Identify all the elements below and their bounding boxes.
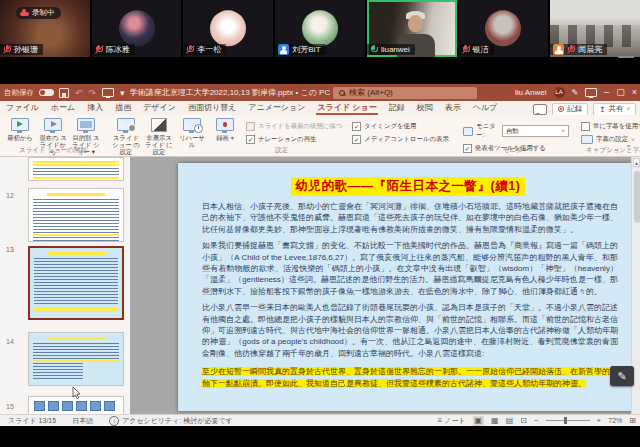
ribbon: 最初から 現在の スライドから 目的別 スライド ショー ▾ スライド ショーの…	[0, 115, 640, 157]
current-slide[interactable]: 幼児的歌――『陌生日本之一瞥』(續1) 日本人相信、小孩子死後、那幼小的亡靈會在…	[178, 163, 638, 411]
collapse-ribbon-icon[interactable]: ⌃	[625, 144, 632, 153]
subtitle-settings-button[interactable]: 字幕の設定 ˅	[581, 135, 640, 144]
close-button[interactable]: ×	[632, 84, 637, 101]
video-strip: 孙银珊 陈冰雅 李一松 刘芳BIT	[0, 0, 640, 57]
slideshow-view-icon[interactable]: ⊡	[520, 416, 527, 426]
thumbnail-slide-11[interactable]	[28, 157, 124, 181]
participant-tile-active-speaker[interactable]: liuanwei	[367, 0, 457, 57]
fit-to-window-icon[interactable]: ⊞	[629, 416, 636, 426]
always-use-subtitles-checkbox[interactable]: 常に字幕を使用する	[581, 122, 640, 131]
autosave-label: 自動保存	[4, 88, 34, 98]
tab-record[interactable]: 記録	[383, 101, 411, 115]
participant-tile[interactable]: 李一松	[183, 0, 273, 57]
pen-mode-icon[interactable]: ✎	[572, 88, 579, 97]
tab-row-actions: 記録 ↥ 共有 ˅	[533, 103, 636, 116]
autosave-toggle[interactable]	[39, 89, 54, 96]
tab-view[interactable]: 表示	[439, 101, 467, 115]
zoom-slider-thumb[interactable]	[564, 417, 567, 424]
share-icon: ↥	[599, 105, 605, 114]
participant-name-bar: liuanwei	[367, 44, 415, 55]
participant-name: 闻晨亮	[578, 44, 602, 55]
slide-thumbnail-panel: 12 13 14	[0, 157, 130, 414]
slide-paragraph: 比小泉八雲早一些来日本的歐美人也曾記錄了街頭巷尾玩耍的小孩、認為日本是孩子的「天…	[202, 302, 618, 359]
notes-button[interactable]: ≡ ノート	[438, 416, 466, 426]
play-narrations-checkbox[interactable]: ✓ ナレーションの再生	[246, 135, 342, 144]
participant-name-bar: 银洁	[459, 44, 494, 55]
minimize-button[interactable]: –	[604, 84, 609, 101]
participant-tile[interactable]: 刘芳BIT	[275, 0, 365, 57]
group-start-slideshow: 最初から 現在の スライドから 目的別 スライド ショー ▾ スライド ショーの…	[0, 115, 106, 156]
show-media-controls-checkbox[interactable]: ✓ メディアコントロールの表示	[352, 135, 449, 144]
participant-tile[interactable]: 闻晨亮	[550, 0, 640, 57]
thumbnail-slide-12[interactable]	[28, 188, 124, 242]
tab-animations[interactable]: アニメーション	[242, 101, 311, 115]
from-beginning-button[interactable]: 最初から	[6, 118, 34, 141]
participant-tile[interactable]: 银洁	[459, 0, 549, 57]
tab-transitions[interactable]: 画面切り替え	[182, 101, 242, 115]
tab-home[interactable]: ホーム	[45, 101, 81, 115]
meeting-toolbar-handle[interactable]	[618, 56, 634, 58]
status-bar: スライド 13/15 日本語 i アクセシビリティ: 検討が必要です ≡ ノート…	[0, 414, 640, 426]
share-button[interactable]: ↥ 共有 ˅	[593, 103, 636, 116]
language-indicator[interactable]: 日本語	[72, 416, 93, 426]
zoom-in-icon[interactable]: +	[597, 416, 602, 426]
rehearse-timings-button[interactable]: リハーサル	[178, 118, 206, 148]
start-slideshow-icon[interactable]	[102, 88, 114, 97]
thumbnail-slide-13-selected[interactable]	[28, 246, 124, 320]
tab-design[interactable]: デザイン	[137, 101, 182, 115]
slide-paragraph: 日本人相信、小孩子死後、那幼小的亡靈會在「冥河河灘」徘徊、併堆積小石塔贖罪。這時…	[202, 201, 618, 235]
search-input[interactable]: 検索 (Alt+Q)	[333, 87, 477, 99]
comments-icon[interactable]	[533, 104, 547, 115]
participant-name-bar: 孙银珊	[0, 44, 43, 55]
avatar	[302, 10, 338, 46]
normal-view-icon[interactable]: ▣	[473, 416, 485, 426]
redo-icon[interactable]: ↷	[89, 88, 97, 98]
record-slideshow-button[interactable]: 録画 ▾	[211, 118, 239, 142]
mic-muted-icon	[462, 45, 470, 54]
slide-sorter-view-icon[interactable]: ▦	[491, 416, 499, 426]
ribbon-display-options-icon[interactable]	[585, 88, 597, 97]
tab-slideshow-selected[interactable]: スライド ショー	[311, 101, 382, 115]
qat-customize-icon[interactable]: ▾	[120, 88, 125, 98]
tab-help[interactable]: ヘルプ	[467, 101, 504, 115]
person-raised-icon	[553, 44, 564, 55]
checkbox-checked: ✓	[246, 135, 255, 144]
group-label: 設定	[106, 146, 457, 155]
user-avatar[interactable]: LA	[554, 87, 565, 98]
undo-icon[interactable]: ↶	[75, 88, 83, 98]
accessibility-status[interactable]: i アクセシビリティ: 検討が必要です	[109, 416, 233, 426]
user-name: liu Anwei	[515, 88, 547, 97]
use-timings-checkbox[interactable]: ✓ タイミングを使用	[352, 122, 449, 131]
thumbnail-slide-14[interactable]	[28, 332, 124, 386]
keep-slides-updated-checkbox[interactable]: スライドを最新の状態に保つ	[246, 122, 342, 131]
participant-name-bar: 闻晨亮	[550, 44, 607, 55]
tab-file[interactable]: ファイル	[0, 101, 45, 115]
scrollbar-thumb[interactable]	[634, 171, 640, 223]
participant-tile[interactable]: 陈冰雅	[92, 0, 182, 57]
annotation-pen-button[interactable]: ✎	[610, 366, 634, 386]
save-icon[interactable]	[59, 88, 69, 98]
hide-slide-icon	[151, 118, 167, 132]
reading-view-icon[interactable]: ▤	[506, 416, 514, 426]
checkbox-empty	[246, 122, 255, 131]
tab-review[interactable]: 校閲	[411, 101, 439, 115]
zoom-slider[interactable]	[546, 420, 590, 421]
recording-label: 录制中	[32, 8, 55, 18]
zoom-percent[interactable]: 72%	[608, 417, 622, 424]
search-icon	[339, 90, 345, 96]
record-button[interactable]: 記録	[552, 103, 588, 116]
participant-name: 刘芳BIT	[292, 44, 320, 55]
group-monitors: モニター: 自動˅ ✓ 発表者ツールを使用する モニター	[457, 115, 575, 156]
powerpoint-window: 自動保存 ↶ ↷ ▾ 学術講座北京理工大学2022,10,13 劉岸偉.pptx…	[0, 84, 640, 426]
quick-access-toolbar: ↶ ↷ ▾	[59, 88, 125, 98]
zoom-out-icon[interactable]: −	[534, 416, 539, 426]
scroll-up-icon[interactable]: ▲	[633, 158, 640, 167]
tab-draw[interactable]: 描画	[109, 101, 137, 115]
monitor-clock-icon	[183, 118, 201, 131]
thumbnail-number: 15	[6, 403, 14, 410]
monitor-dropdown[interactable]: 自動˅	[502, 125, 569, 137]
maximize-button[interactable]: ▢	[616, 84, 625, 101]
slide-indicator: スライド 13/15	[8, 416, 56, 426]
tab-insert[interactable]: 挿入	[81, 101, 109, 115]
participant-name: 李一松	[197, 44, 221, 55]
